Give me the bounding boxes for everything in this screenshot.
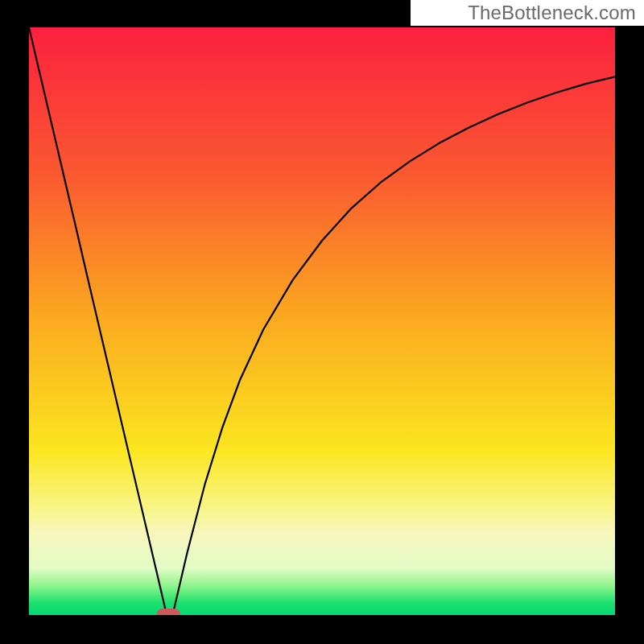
gradient-background xyxy=(29,27,615,615)
bottleneck-chart xyxy=(0,0,644,644)
svg-rect-3 xyxy=(0,0,29,644)
watermark-text: TheBottleneck.com xyxy=(468,2,636,24)
svg-rect-4 xyxy=(615,0,644,644)
chart-container: TheBottleneck.com xyxy=(0,0,644,644)
svg-rect-2 xyxy=(0,615,644,644)
